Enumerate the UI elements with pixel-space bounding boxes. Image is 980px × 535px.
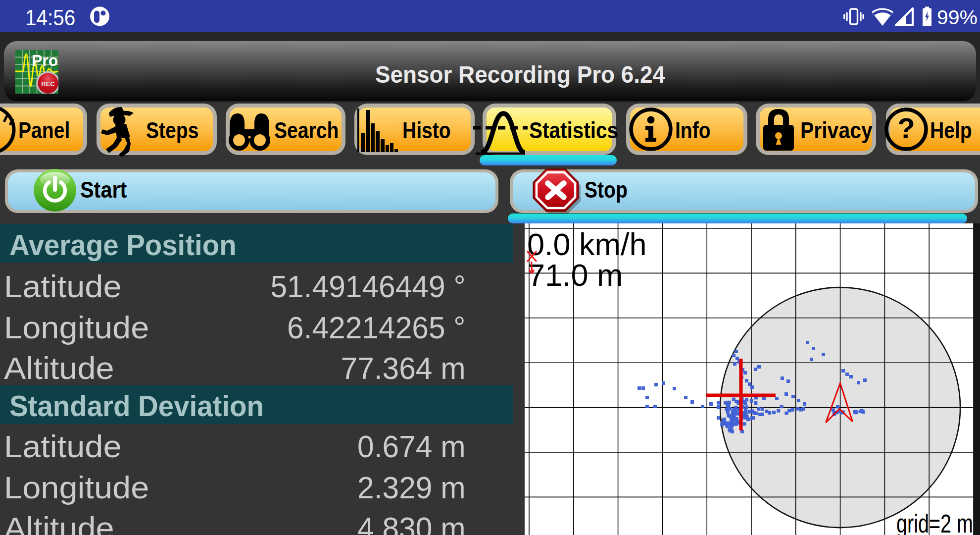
svg-text:grid=2 m: grid=2 m xyxy=(896,510,973,535)
svg-text:Pro: Pro xyxy=(32,52,58,69)
svg-text:71.0 m: 71.0 m xyxy=(528,258,623,292)
svg-text:?: ? xyxy=(897,112,915,144)
svg-text:REC: REC xyxy=(41,80,55,88)
svg-text:0.0 km/h: 0.0 km/h xyxy=(527,227,647,262)
